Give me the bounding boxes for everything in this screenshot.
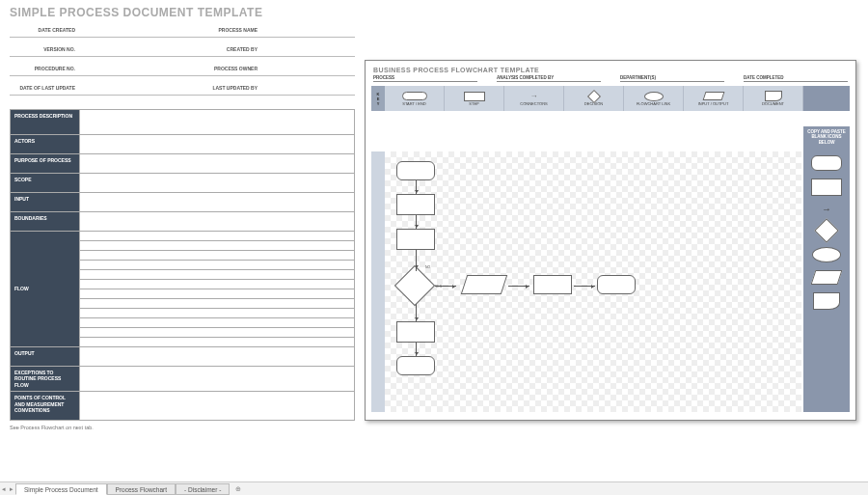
field-flow-line[interactable] (80, 269, 355, 279)
decision-no-label: NO (425, 265, 430, 269)
meta-label: VERSION NO. (10, 42, 77, 56)
field-flow-line[interactable] (80, 240, 355, 250)
palette-document-icon[interactable] (813, 292, 840, 310)
panel-field-date[interactable]: DATE COMPLETED (744, 75, 848, 82)
shape-io[interactable] (461, 275, 507, 294)
field-flow-line[interactable] (80, 260, 355, 269)
tab-nav-prev[interactable]: ◂ (0, 485, 8, 493)
shape-decision[interactable] (394, 265, 435, 306)
meta-value[interactable] (259, 23, 355, 37)
meta-label: PROCESS OWNER (173, 62, 259, 75)
row-label-control: POINTS OF CONTROL AND MEASUREMENT CONVEN… (11, 392, 80, 421)
shape-step[interactable] (533, 275, 572, 294)
panel-field-departments[interactable]: DEPARTMENT(S) (620, 75, 724, 82)
field-flow-line[interactable] (80, 231, 355, 240)
field-control[interactable] (80, 392, 355, 421)
process-form: PROCESS DESCRIPTION ACTORS PURPOSE OF PR… (10, 109, 355, 422)
panel-field-process[interactable]: PROCESS (373, 75, 477, 82)
meta-label: CREATED BY (173, 42, 259, 56)
connector-arrow (416, 215, 417, 229)
palette-parallelogram-icon[interactable] (811, 270, 843, 285)
meta-label: DATE OF LAST UPDATE (10, 81, 77, 95)
meta-value[interactable] (77, 62, 173, 75)
field-flow-line[interactable] (80, 298, 355, 308)
row-label-flow: FLOW (11, 231, 80, 346)
sheet-tabs: ◂ ▸ Simple Process Document Process Flow… (0, 481, 868, 495)
key-label: KEY (371, 86, 385, 111)
shape-start[interactable] (396, 161, 435, 180)
key-flowchart-link: FLOWCHART LINK (624, 86, 684, 111)
meta-value[interactable] (77, 81, 173, 95)
icon-palette: → (803, 151, 850, 412)
palette-rounded-rect-icon[interactable] (811, 155, 842, 171)
connector-arrow (574, 286, 595, 287)
row-label-input: INPUT (11, 192, 80, 211)
row-label-actors: ACTORS (11, 134, 80, 153)
row-label-exceptions: EXCEPTIONS TO ROUTINE PROCESS FLOW (11, 366, 80, 392)
key-sidebar (371, 151, 385, 412)
field-flow-line[interactable] (80, 337, 355, 346)
row-label-description: PROCESS DESCRIPTION (11, 109, 80, 134)
field-flow-line[interactable] (80, 308, 355, 317)
connector-arrow (416, 180, 417, 194)
field-scope[interactable] (80, 173, 355, 192)
connector-line (416, 265, 417, 271)
tab-process-flowchart[interactable]: Process Flowchart (107, 483, 176, 495)
meta-value[interactable] (259, 81, 355, 95)
meta-label: DATE CREATED (10, 23, 77, 37)
flowchart-panel: BUSINESS PROCESS FLOWCHART TEMPLATE PROC… (365, 60, 856, 421)
palette-connector-icon[interactable]: → (822, 204, 831, 214)
field-flow-line[interactable] (80, 327, 355, 337)
meta-value[interactable] (259, 62, 355, 75)
footer-note: See Process Flowchart on next tab. (10, 425, 355, 430)
palette-rect-icon[interactable] (811, 179, 842, 196)
tab-disclaimer[interactable]: - Disclaimer - (176, 483, 230, 495)
key-start-end: START / END (385, 86, 445, 111)
shape-step[interactable] (396, 194, 435, 215)
field-flow-line[interactable] (80, 250, 355, 260)
connector-arrow (416, 304, 417, 321)
row-label-boundaries: BOUNDARIES (11, 211, 80, 231)
meta-label: PROCESS NAME (173, 23, 259, 37)
key-document: DOCUMENT (744, 86, 803, 111)
field-flow-line[interactable] (80, 317, 355, 327)
tab-simple-process[interactable]: Simple Process Document (15, 483, 107, 495)
field-input[interactable] (80, 192, 355, 211)
panel-field-analysis-by[interactable]: ANALYSIS COMPLETED BY (497, 75, 601, 82)
meta-value[interactable] (77, 23, 173, 37)
meta-value[interactable] (77, 42, 173, 56)
row-label-purpose: PURPOSE OF PROCESS (11, 153, 80, 173)
field-flow-line[interactable] (80, 279, 355, 289)
meta-label: PROCEDURE NO. (10, 62, 77, 75)
add-tab-button[interactable]: ⊕ (230, 485, 247, 493)
field-flow-line[interactable] (80, 289, 355, 298)
row-label-scope: SCOPE (11, 173, 80, 192)
page-title: SIMPLE PROCESS DOCUMENT TEMPLATE (10, 6, 355, 19)
panel-title: BUSINESS PROCESS FLOWCHART TEMPLATE (366, 61, 855, 75)
flowchart-canvas[interactable]: NO YES (385, 151, 801, 412)
shape-step[interactable] (396, 321, 435, 343)
shape-end[interactable] (396, 356, 435, 375)
field-boundaries[interactable] (80, 211, 355, 231)
field-output[interactable] (80, 346, 355, 366)
meta-value[interactable] (259, 42, 355, 56)
meta-label: LAST UPDATED BY (173, 81, 259, 95)
row-label-output: OUTPUT (11, 346, 80, 366)
metadata-table: DATE CREATEDPROCESS NAME VERSION NO.CREA… (10, 23, 355, 96)
shape-step[interactable] (597, 275, 636, 294)
connector-arrow (416, 343, 417, 356)
shape-step[interactable] (396, 229, 435, 250)
field-purpose[interactable] (80, 153, 355, 173)
connector-arrow (508, 286, 529, 287)
tab-nav-next[interactable]: ▸ (8, 485, 15, 493)
field-description[interactable] (80, 109, 355, 134)
palette-ellipse-icon[interactable] (812, 247, 841, 262)
key-connectors: →CONNECTORS (504, 86, 564, 111)
palette-diamond-icon[interactable] (814, 218, 838, 242)
key-step: STEP (445, 86, 504, 111)
key-decision: DECISION (564, 86, 624, 111)
copy-icons-header: COPY AND PASTE BLANK ICONS BELOW (803, 126, 850, 151)
field-exceptions[interactable] (80, 366, 355, 392)
field-actors[interactable] (80, 134, 355, 153)
key-input-output: INPUT / OUTPUT (684, 86, 744, 111)
